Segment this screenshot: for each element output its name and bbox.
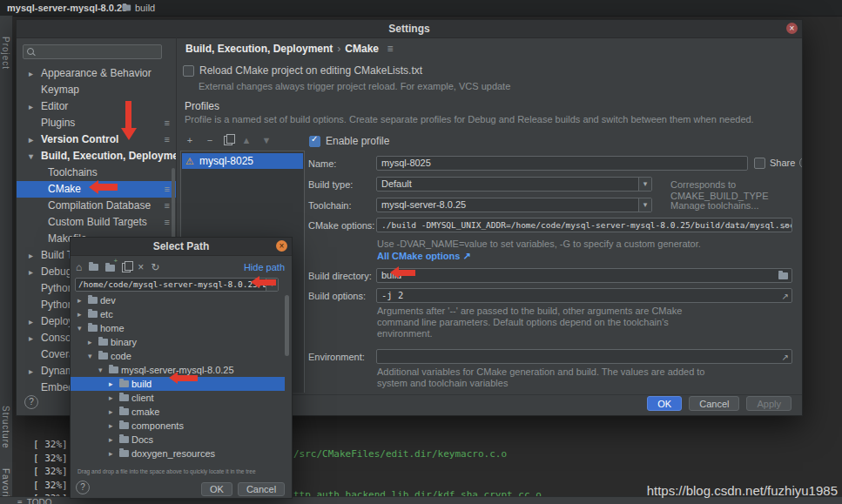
all-cmake-options-link[interactable]: All CMake options ↗ bbox=[377, 251, 471, 262]
search-icon bbox=[27, 48, 34, 55]
home-icon[interactable]: ⌂ bbox=[76, 261, 82, 273]
reload-cmake-checkbox[interactable] bbox=[183, 65, 194, 77]
help-icon[interactable]: ? bbox=[76, 480, 90, 494]
chevron-right-icon: ▸ bbox=[29, 65, 37, 82]
progress-line: [ 32%] bbox=[33, 465, 68, 479]
ok-button[interactable]: OK bbox=[647, 396, 682, 411]
project-folder-icon[interactable] bbox=[89, 264, 98, 271]
tree-item-home[interactable]: ▾home bbox=[71, 321, 285, 335]
sidebar-item-label: Build, Execution, Deployment bbox=[41, 150, 176, 162]
share-label: Share bbox=[770, 158, 795, 168]
close-icon[interactable]: × bbox=[276, 240, 287, 252]
ok-button[interactable]: OK bbox=[201, 482, 232, 496]
build-directory-input[interactable]: build bbox=[376, 268, 792, 283]
close-icon[interactable]: × bbox=[786, 23, 798, 34]
copy-icon[interactable] bbox=[122, 263, 131, 272]
toolchain-label: Toolchain: bbox=[308, 198, 352, 213]
tree-item-doxygen-resources[interactable]: ▸doxygen_resources bbox=[71, 447, 285, 460]
sidebar-item-build-execution-deployment[interactable]: ▾Build, Execution, Deployment bbox=[17, 148, 176, 165]
tree-item-code[interactable]: ▾code bbox=[71, 349, 285, 363]
cmake-options-input[interactable]: ./build -DMYSQL_UNIX_ADDR=/home/code/mys… bbox=[376, 218, 792, 232]
name-value: mysql-8025 bbox=[381, 158, 431, 168]
chevron-right-icon: ▸ bbox=[109, 433, 118, 447]
tool-window-project[interactable]: Project bbox=[1, 37, 10, 70]
sidebar-item-toolchains[interactable]: Toolchains bbox=[17, 165, 176, 181]
cmake-options-label: CMake options: bbox=[308, 218, 374, 233]
sidebar-item-editor[interactable]: ▸Editor bbox=[17, 98, 176, 115]
folder-icon bbox=[88, 325, 98, 332]
folder-icon bbox=[119, 394, 129, 401]
build-options-input[interactable]: -j 2 ↗ bbox=[376, 288, 792, 303]
tree-item-label: home bbox=[100, 321, 125, 335]
enable-profile-checkbox[interactable] bbox=[309, 136, 320, 147]
warning-icon: ⚠ bbox=[185, 153, 194, 169]
drag-drop-hint: Drag and drop a file into the space abov… bbox=[77, 467, 256, 475]
sidebar-item-plugins[interactable]: Plugins≡ bbox=[17, 115, 176, 131]
chevron-down-icon[interactable]: ▾ bbox=[638, 198, 651, 212]
progress-line: [ 32%] bbox=[33, 479, 68, 493]
build-progress-column: [ 32%] [ 32%] [ 32%] [ 32%] [ 32%] bbox=[33, 438, 68, 504]
hamburger-icon: ≡ bbox=[17, 498, 23, 504]
build-output-column: /src/CMakeFiles/edit.dir/keymacro.c.o tt… bbox=[293, 420, 542, 504]
share-help-icon[interactable]: ? bbox=[799, 157, 802, 169]
move-down-button[interactable]: ▼ bbox=[260, 135, 273, 145]
hide-path-link[interactable]: Hide path bbox=[244, 262, 285, 272]
sidebar-item-custom-build-targets[interactable]: Custom Build Targets≡ bbox=[17, 214, 176, 231]
expand-icon[interactable]: ↗ bbox=[782, 290, 789, 303]
share-checkbox[interactable] bbox=[754, 158, 765, 169]
tree-item-cmake[interactable]: ▸cmake bbox=[71, 405, 285, 419]
annotation-arrow-down bbox=[121, 101, 137, 141]
delete-icon[interactable]: × bbox=[138, 261, 144, 273]
expand-icon[interactable]: ↗ bbox=[782, 219, 789, 232]
output-line: /src/CMakeFiles/edit.dir/keymacro.c.o bbox=[293, 447, 542, 461]
sidebar-item-label: CMake bbox=[48, 183, 81, 195]
expand-icon[interactable]: ↗ bbox=[782, 351, 789, 364]
path-input[interactable]: /home/code/mysql-server-mysql-8.0.25/bui… bbox=[75, 278, 279, 292]
todo-tab[interactable]: TODO bbox=[27, 498, 52, 504]
environment-label: Environment: bbox=[308, 350, 365, 365]
add-profile-button[interactable]: + bbox=[184, 135, 196, 145]
sidebar-item-appearance[interactable]: ▸Appearance & Behavior bbox=[17, 65, 176, 82]
sidebar-item-version-control[interactable]: ▸Version Control≡ bbox=[17, 131, 176, 148]
browse-folder-icon[interactable] bbox=[778, 272, 788, 279]
chevron-right-icon: ▸ bbox=[29, 264, 37, 280]
tree-item-etc[interactable]: ▸etc bbox=[71, 307, 285, 321]
tree-scrollbar[interactable] bbox=[285, 295, 289, 356]
tree-item-docs[interactable]: ▸Docs bbox=[71, 433, 285, 447]
help-icon[interactable]: ? bbox=[24, 395, 38, 409]
toolchain-select[interactable]: mysql-server-8.0.25 ▾ bbox=[376, 198, 652, 212]
tree-item-dev[interactable]: ▸dev bbox=[71, 293, 285, 307]
manage-toolchains-link[interactable]: Manage toolchains... bbox=[670, 200, 759, 212]
select-path-title: Select Path bbox=[153, 240, 210, 252]
folder-icon bbox=[119, 380, 129, 387]
tree-item-client[interactable]: ▸client bbox=[71, 391, 285, 405]
tool-window-structure[interactable]: Structure bbox=[1, 406, 10, 449]
sidebar-item-keymap[interactable]: Keymap bbox=[17, 82, 176, 98]
refresh-icon[interactable]: ↻ bbox=[151, 261, 159, 273]
cancel-button[interactable]: Cancel bbox=[238, 482, 285, 496]
tree-item-components[interactable]: ▸components bbox=[71, 419, 285, 433]
move-up-button[interactable]: ▲ bbox=[240, 135, 253, 145]
name-input[interactable]: mysql-8025 bbox=[376, 156, 748, 171]
remove-profile-button[interactable]: − bbox=[204, 135, 216, 145]
cancel-button[interactable]: Cancel bbox=[689, 396, 739, 411]
chevron-down-icon: ▾ bbox=[98, 363, 107, 377]
sidebar-item-compilation-database[interactable]: Compilation Database≡ bbox=[17, 198, 176, 214]
reload-cmake-hint: External changes always trigger project … bbox=[199, 81, 510, 92]
environment-input[interactable]: ↗ bbox=[376, 349, 792, 364]
chevron-down-icon[interactable]: ▾ bbox=[638, 178, 651, 191]
tree-item-binary[interactable]: ▸binary bbox=[71, 335, 285, 349]
folder-icon bbox=[119, 408, 129, 415]
new-folder-icon[interactable]: + bbox=[105, 261, 115, 273]
chevron-right-icon: ▸ bbox=[29, 313, 37, 330]
copy-profile-button[interactable] bbox=[224, 136, 232, 145]
project-level-icon: ≡ bbox=[165, 131, 170, 148]
profile-list-item[interactable]: ⚠ mysql-8025 bbox=[182, 153, 303, 169]
build-type-select[interactable]: Default ▾ bbox=[376, 177, 652, 192]
cmake-options-value: ./build -DMYSQL_UNIX_ADDR=/home/code/mys… bbox=[381, 220, 792, 230]
project-level-icon: ≡ bbox=[165, 214, 170, 231]
apply-button[interactable]: Apply bbox=[746, 396, 791, 411]
settings-search-input[interactable] bbox=[23, 44, 162, 59]
sidebar-item-label: Editor bbox=[41, 100, 68, 112]
breadcrumb-section[interactable]: Build, Execution, Deployment bbox=[185, 43, 333, 55]
